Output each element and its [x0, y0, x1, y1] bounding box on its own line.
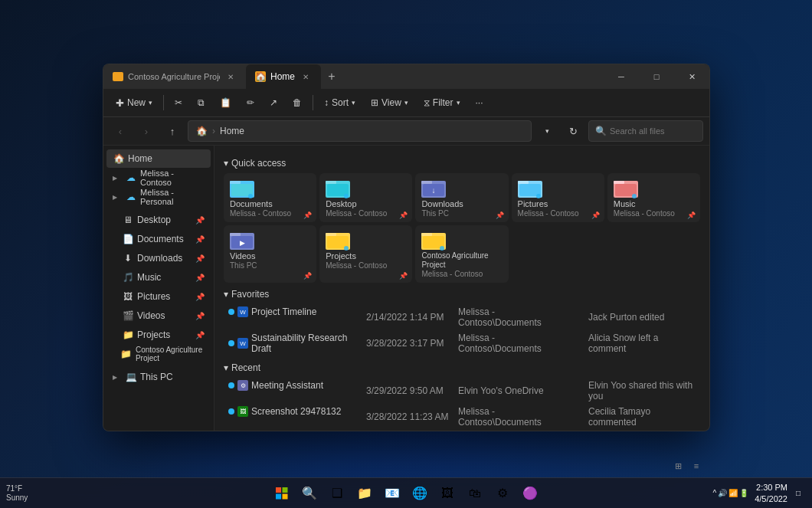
folder-card-documents[interactable]: Documents Melissa - Contoso 📌	[224, 173, 316, 222]
task-view-button[interactable]: ❑	[325, 481, 349, 506]
search-taskbar-button[interactable]: 🔍	[297, 481, 322, 506]
favorites-label: Favorites	[231, 289, 269, 300]
folder-pictures-pin: 📌	[591, 211, 600, 219]
address-bar[interactable]: 🏠 › Home	[188, 120, 532, 142]
cloud-icon: ☁	[125, 172, 137, 184]
cut-button[interactable]: ✂	[169, 92, 188, 113]
sidebar-item-projects[interactable]: 📁 Projects 📌	[106, 326, 211, 344]
content-pane: ▾ Quick access Documents Melissa - Conto…	[214, 146, 709, 431]
cut-icon: ✂	[175, 97, 182, 108]
file-path: Melissa - Contoso\Documents	[453, 304, 584, 330]
list-item[interactable]: 🖼 DSCN_0073 3/25/2022 9:36 AM Melissa - …	[224, 430, 700, 431]
more-icon: ···	[476, 97, 483, 108]
sidebar-item-this-pc[interactable]: ▶ 💻 This PC	[106, 368, 211, 386]
maximize-button[interactable]: □	[639, 64, 674, 89]
svg-rect-5	[326, 181, 336, 184]
system-tray-expand-icon[interactable]: ^	[712, 489, 716, 497]
filter-label: Filter	[433, 97, 453, 108]
sort-button[interactable]: ↕ Sort ▾	[318, 92, 362, 113]
sidebar-desktop-label: Desktop	[137, 215, 171, 225]
back-button[interactable]: ‹	[110, 120, 131, 142]
sidebar-item-melissa-contoso[interactable]: ▶ ☁ Melissa - Contoso	[106, 169, 211, 187]
pin-icon4: 📌	[195, 274, 205, 282]
file-explorer-taskbar-button[interactable]: 📁	[352, 481, 377, 506]
list-view-button[interactable]: ≡	[688, 457, 705, 474]
forward-button[interactable]: ›	[136, 120, 157, 142]
list-item[interactable]: W Sustainability Research Draft 3/28/202…	[224, 330, 700, 356]
store-button[interactable]: 🛍	[463, 481, 487, 506]
browser-button[interactable]: 🌐	[408, 481, 432, 506]
sidebar-item-downloads[interactable]: ⬇ Downloads 📌	[106, 249, 211, 267]
mail-button[interactable]: 📧	[380, 481, 404, 506]
toolbar: ✚ New ▾ ✂ ⧉ 📋 ✏ ↗ 🗑 ↕ Sort ▾ ⊞ View ▾ ⧖ …	[103, 89, 709, 117]
teams-button[interactable]: 🟣	[518, 481, 542, 506]
file-path: Melissa - Contoso\Documents	[453, 430, 584, 431]
share-icon: ↗	[270, 97, 277, 108]
sidebar-contoso-label: Contoso Agriculture Project	[136, 346, 205, 362]
sidebar-item-desktop[interactable]: 🖥 Desktop 📌	[106, 211, 211, 229]
file-path: Elvin Yoo's OneDrive	[453, 378, 584, 404]
svg-rect-21	[230, 233, 241, 236]
folder-card-contoso[interactable]: Contoso Agriculture Project Melissa - Co…	[415, 225, 508, 283]
filter-button[interactable]: ⧖ Filter ▾	[417, 92, 467, 113]
quick-access-header[interactable]: ▾ Quick access	[224, 158, 700, 169]
svg-point-19	[632, 194, 637, 198]
network-icon[interactable]: 📶	[729, 489, 738, 497]
sidebar-item-contoso-project[interactable]: 📁 Contoso Agriculture Project	[106, 345, 211, 363]
tab-home[interactable]: 🏠 Home ✕	[246, 64, 321, 89]
file-activity: Jenna Bates edited	[584, 430, 700, 431]
home-nav-icon: 🏠	[113, 152, 125, 165]
folder-card-pictures[interactable]: Pictures Melissa - Contoso 📌	[512, 173, 604, 222]
battery-icon[interactable]: 🔋	[739, 489, 748, 497]
sidebar-item-melissa-personal[interactable]: ▶ ☁ Melissa - Personal	[106, 188, 211, 206]
window-controls: ─ □ ✕	[604, 64, 709, 89]
sidebar-item-music[interactable]: 🎵 Music 📌	[106, 268, 211, 287]
recent-header[interactable]: ▾ Recent	[224, 362, 700, 373]
system-clock[interactable]: 2:30 PM 4/5/2022	[755, 482, 787, 504]
sidebar-projects-label: Projects	[137, 329, 170, 340]
folder-downloads-name: Downloads	[421, 199, 463, 209]
rename-button[interactable]: ✏	[241, 92, 260, 113]
tab-home-close[interactable]: ✕	[300, 70, 312, 83]
tab-contoso[interactable]: Contoso Agriculture Project ✕	[103, 64, 246, 89]
search-bar[interactable]: 🔍 Search all files	[588, 120, 703, 142]
list-item[interactable]: ⚙ Meeting Assistant 3/29/2022 9:50 AM El…	[224, 378, 700, 404]
view-button[interactable]: ⊞ View ▾	[365, 92, 414, 113]
sidebar-item-pictures[interactable]: 🖼 Pictures 📌	[106, 287, 211, 306]
more-button[interactable]: ···	[470, 92, 489, 113]
folder-music-icon	[614, 178, 638, 199]
new-tab-button[interactable]: +	[321, 66, 342, 87]
refresh-button[interactable]: ↻	[562, 120, 584, 142]
speaker-icon[interactable]: 🔊	[718, 489, 727, 497]
new-button[interactable]: ✚ New ▾	[110, 92, 159, 113]
paste-button[interactable]: 📋	[214, 92, 237, 113]
list-item[interactable]: W Project Timeline 2/14/2022 1:14 PM Mel…	[224, 304, 700, 330]
delete-button[interactable]: 🗑	[286, 92, 308, 113]
share-button[interactable]: ↗	[264, 92, 283, 113]
folder-card-desktop[interactable]: Desktop Melissa - Contoso 📌	[319, 173, 412, 222]
file-date: 2/14/2022 1:14 PM	[362, 304, 453, 330]
folder-card-projects[interactable]: Projects Melissa - Contoso 📌	[319, 225, 412, 283]
grid-view-button[interactable]: ⊞	[670, 457, 686, 474]
notification-button[interactable]: □	[791, 481, 806, 506]
svg-rect-29	[421, 233, 432, 236]
photos-button[interactable]: 🖼	[435, 481, 460, 506]
list-item[interactable]: 🖼 Screenshot 29478132 3/28/2022 11:23 AM…	[224, 404, 700, 430]
settings-button[interactable]: ⚙	[490, 481, 515, 506]
folder-desktop-pin: 📌	[399, 211, 408, 219]
close-button[interactable]: ✕	[674, 64, 709, 89]
new-chevron-icon: ▾	[149, 99, 152, 107]
tab-contoso-close[interactable]: ✕	[224, 70, 237, 83]
folder-card-downloads[interactable]: ↓ Downloads This PC 📌	[415, 173, 508, 222]
sidebar-item-videos[interactable]: 🎬 Videos 📌	[106, 306, 211, 325]
folder-card-videos[interactable]: ▶ Videos This PC 📌	[224, 225, 316, 283]
copy-button[interactable]: ⧉	[192, 92, 211, 113]
start-button[interactable]	[270, 481, 294, 506]
minimize-button[interactable]: ─	[604, 64, 639, 89]
folder-card-music[interactable]: Music Melissa - Contoso 📌	[607, 173, 700, 222]
favorites-header[interactable]: ▾ Favorites	[224, 289, 700, 300]
sidebar-item-home[interactable]: 🏠 Home	[106, 149, 211, 168]
sidebar-item-documents[interactable]: 📄 Documents 📌	[106, 230, 211, 248]
dropdown-button[interactable]: ▾	[536, 120, 558, 142]
up-button[interactable]: ↑	[162, 120, 183, 142]
